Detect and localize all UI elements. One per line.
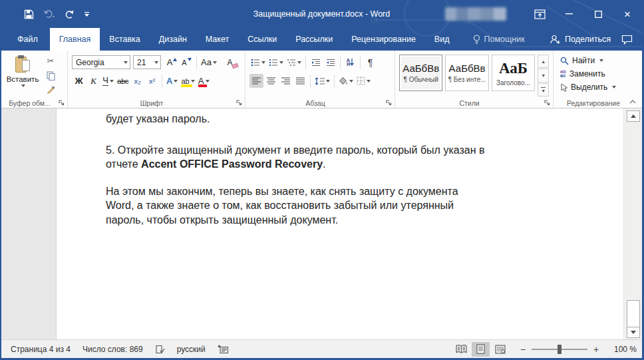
tab-file[interactable]: Файл [5,28,50,51]
tab-references[interactable]: Ссылки [238,28,286,51]
zoom-slider-handle[interactable] [558,345,562,354]
zoom-level-button[interactable]: 100 % [607,345,637,354]
doc-paragraph-2-line-1: 5. Откройте защищенный документ и введит… [106,143,597,158]
chevron-down-icon [297,61,301,64]
cut-button[interactable]: ✂ [43,55,59,67]
undo-button[interactable] [43,9,55,19]
tab-home[interactable]: Главная [50,28,100,51]
borders-button[interactable] [355,74,372,88]
style-heading1[interactable]: АаБ Заголово... [492,55,535,91]
vertical-scrollbar[interactable] [623,108,642,339]
helper-label: Помощник [484,35,524,44]
text-effects-label: А [166,76,172,86]
scroll-down-button[interactable] [627,327,640,338]
styles-scroll-down-button[interactable]: ▼ [538,69,549,82]
change-case-button[interactable]: Аа [200,55,218,69]
redo-button[interactable] [65,9,75,19]
increase-indent-icon [326,59,335,67]
strikethrough-button[interactable]: abc [116,74,130,88]
subscript-button[interactable]: х₂ [130,74,144,88]
format-painter-button[interactable] [43,84,59,96]
zoom-in-button[interactable]: + [593,344,599,355]
chevron-down-icon [612,86,616,89]
collapse-ribbon-button[interactable] [627,98,638,106]
proofing-status-button[interactable] [155,345,165,354]
ribbon-display-options-button[interactable] [525,0,554,28]
sort-button[interactable]: А Я [343,55,357,69]
styles-more-button[interactable]: ▼ [538,83,549,96]
page-number-indicator[interactable]: Страница 4 из 4 [11,345,71,354]
style-normal[interactable]: АаБбВв ¶ Обычный [399,55,442,91]
tab-design[interactable]: Дизайн [150,28,196,51]
save-button[interactable] [24,9,34,19]
zoom-slider[interactable] [532,349,587,350]
show-marks-button[interactable]: ¶ [363,55,377,69]
paste-button[interactable]: Вставить [5,54,40,96]
decrease-indent-button[interactable] [309,55,323,69]
language-label: русский [177,345,206,354]
font-family-combobox[interactable]: Georgia [72,55,130,69]
tab-insert[interactable]: Вставка [100,28,149,51]
font-dialog-launcher[interactable] [236,99,243,106]
italic-button[interactable]: К [86,74,100,88]
underline-button[interactable]: Ч [101,74,115,88]
shrink-font-button[interactable]: А [180,55,194,69]
multilevel-list-button[interactable] [285,55,303,69]
numbering-button[interactable] [267,55,285,69]
tab-view[interactable]: Вид [425,28,459,51]
copy-button[interactable] [43,69,59,82]
doc-paragraph-3-line-2: Word, а также знаете о том, как восстано… [106,198,597,213]
superscript-button[interactable]: х² [145,74,159,88]
minimize-button[interactable] [554,0,583,28]
scroll-up-button[interactable] [627,110,640,122]
shading-button[interactable] [337,74,355,88]
account-name-redacted[interactable] [445,7,506,21]
language-indicator[interactable]: русский [177,345,206,354]
text-highlight-button[interactable]: ab [180,74,196,88]
doc-text-bold: Accent OFFICE Password Recovery [141,158,323,170]
align-center-button[interactable] [264,74,278,88]
style-name: Заголово... [496,79,530,87]
macro-recording-button[interactable] [218,345,228,353]
read-mode-button[interactable] [452,342,470,357]
styles-scroll-up-button[interactable]: ▲ [538,55,549,68]
tab-review[interactable]: Рецензирование [342,28,425,51]
copy-icon [47,71,55,81]
styles-dialog-launcher[interactable] [544,99,551,106]
read-mode-icon [456,345,467,353]
clear-formatting-button[interactable]: А [223,55,237,69]
tell-me-helper[interactable]: Помощник [464,28,534,51]
grow-font-button[interactable]: А [165,55,179,69]
style-no-spacing[interactable]: АаБбВв ¶ Без инте... [445,55,488,91]
comments-button[interactable] [619,28,642,51]
bold-button[interactable]: Ж [72,74,86,88]
clipboard-dialog-launcher[interactable] [58,99,65,106]
customize-quick-access-button[interactable] [84,11,90,17]
document-page[interactable]: будет указан пароль. 5. Откройте защищен… [56,108,623,339]
font-family-value: Georgia [76,58,104,67]
maximize-button[interactable] [583,0,613,28]
tab-layout[interactable]: Макет [196,28,238,51]
zoom-out-button[interactable]: − [520,344,526,355]
close-button[interactable]: × [613,0,642,28]
align-left-button[interactable] [249,74,263,88]
find-button[interactable]: Найти [560,54,629,67]
font-color-button[interactable]: А [197,74,211,88]
tab-mailings[interactable]: Рассылки [286,28,342,51]
word-count-indicator[interactable]: Число слов: 869 [82,345,143,354]
text-effects-button[interactable]: А [165,74,179,88]
web-layout-button[interactable] [491,342,509,357]
bullets-button[interactable] [249,55,267,69]
line-spacing-icon [315,77,325,85]
align-right-button[interactable] [279,74,293,88]
share-button[interactable]: Поделиться [542,28,619,51]
line-spacing-button[interactable] [313,74,331,88]
paragraph-dialog-launcher[interactable] [385,99,393,106]
replace-button[interactable]: ab ac Заменить [560,67,629,81]
print-layout-button[interactable] [472,342,490,357]
increase-indent-button[interactable] [323,55,337,69]
document-text[interactable]: будет указан пароль. 5. Откройте защищен… [57,108,623,227]
justify-button[interactable] [293,74,307,88]
font-size-combobox[interactable]: 21 [133,55,161,69]
select-button[interactable]: Выделить [560,81,629,94]
